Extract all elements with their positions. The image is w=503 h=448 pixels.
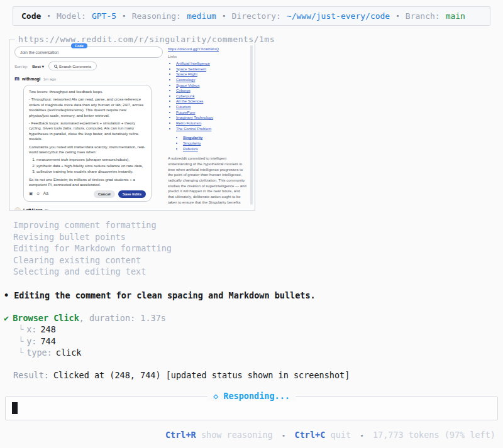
status-line: Improving comment formatting <box>13 219 503 231</box>
avatar: m <box>14 76 19 82</box>
check-icon: ✔ <box>4 313 9 323</box>
comment-paragraphs: Two levers: throughput and feedback loop… <box>29 89 146 155</box>
links-label: Links <box>168 54 247 58</box>
sidebar-link[interactable]: Cyborgs <box>176 88 247 94</box>
sidebar-link[interactable]: The Control Problem <box>176 126 247 132</box>
sidebar-link[interactable]: Space Settlement <box>176 67 247 72</box>
sort-by-label: Sort by: <box>14 64 28 68</box>
cancel-button[interactable]: Cancel <box>94 190 115 198</box>
separator-dot-icon: • <box>122 12 126 20</box>
param-key: y: <box>26 336 36 346</box>
sidebar-sublinks-list: SingularitySingularityRobotics <box>183 135 247 151</box>
ctrl-r-shortcut: Ctrl+R <box>165 430 196 440</box>
comment-list-item: synthetic data + high-fidelity sims redu… <box>36 163 146 168</box>
search-comments-button[interactable]: Search Comments <box>48 62 97 70</box>
comment-being-edited: m withmagi 1m ago Two levers: throughput… <box>14 76 163 202</box>
ctrl-r-label: show reasoning <box>201 430 273 440</box>
status-bar: Code • Model: GPT-5 • Reasoning: medium … <box>13 6 490 26</box>
separator-dot-icon: • <box>47 12 51 20</box>
comment-paragraph: Constraints you noted still matter/data … <box>29 145 146 155</box>
tool-call: ✔Browser Click, duration: 1.37s └x:248 └… <box>4 312 503 359</box>
save-edits-button[interactable]: Save Edits <box>118 190 146 198</box>
agent-status-history: Improving comment formattingRevising bul… <box>13 219 503 278</box>
branch-value: main <box>446 11 465 21</box>
agent-thought: •Editing the comment for clean spacing a… <box>4 290 503 300</box>
result-label: Result: <box>13 370 49 380</box>
tool-param-row: └y:744 <box>18 336 503 347</box>
separator-dot-icon: • <box>395 12 400 20</box>
app-title: Code <box>21 11 41 21</box>
sidebar-link[interactable]: FuturePorn <box>176 110 247 116</box>
status-line: Clearing existing content <box>13 254 503 266</box>
join-conversation-input[interactable]: Join the conversation <box>14 46 163 58</box>
ctrl-c-label: quit <box>331 430 351 440</box>
sidebar-link[interactable]: Robotics <box>183 146 247 152</box>
comment-username[interactable]: withmagi <box>22 77 40 81</box>
separator-dot-icon: • <box>360 432 364 440</box>
sidebar-link[interactable]: Cosmology <box>176 77 247 83</box>
result-text: Clicked at (248, 744) [updated status sh… <box>53 370 350 380</box>
sidebar-link[interactable]: Imaginary Technology <box>176 115 247 121</box>
sidebar-link[interactable]: All the Sciences <box>176 99 247 104</box>
avatar <box>14 207 21 210</box>
status-line: Selecting and editing text <box>13 266 503 278</box>
scrollbar[interactable] <box>250 45 253 205</box>
browser-screenshot-frame: https://www.reddit.com/r/singularity/com… <box>9 40 255 210</box>
sidebar-link[interactable]: Singularity <box>183 141 247 146</box>
comment-username[interactable]: LeftAlexs <box>23 208 43 210</box>
sidebar-link[interactable]: Cyberpunk <box>176 94 247 99</box>
comment-timestamp: 5h ago <box>45 208 57 210</box>
ctrl-c-shortcut: Ctrl+C <box>295 430 326 440</box>
corner-icon: └ <box>18 324 23 334</box>
editor-format-icon[interactable]: Aa <box>43 191 48 197</box>
reasoning-value: medium <box>187 11 216 21</box>
responding-status: ◇ Responding... <box>207 391 296 401</box>
status-line: Revising bullet points <box>13 231 503 243</box>
bullet-icon: • <box>4 290 9 300</box>
comment-edit-textarea[interactable]: Two levers: throughput and feedback loop… <box>23 85 152 202</box>
sidebar-link[interactable]: Retro Futurism <box>176 121 247 126</box>
reddit-screenshot: Join the conversation Code Sort by: Best… <box>9 40 255 210</box>
sidebar-links-list: Artificial IntelligenceSpace SettlementS… <box>176 61 247 131</box>
virtual-cursor-badge: Code <box>71 43 87 48</box>
param-key: type: <box>26 347 52 358</box>
sort-dropdown[interactable]: Best ▾ <box>32 64 44 68</box>
subreddit-sidebar: https://discord.gg/YXcatb9mQ Links Artif… <box>168 46 247 205</box>
comment-paragraph: - Throughput: networked AIs can read, pa… <box>29 97 146 118</box>
text-cursor <box>12 402 18 414</box>
discord-link[interactable]: https://discord.gg/YXcatb9mQ <box>168 46 247 51</box>
comment-timestamp: 1m ago <box>43 77 56 81</box>
composer-input[interactable]: ◇ Responding... <box>5 396 498 420</box>
model-value: GPT-5 <box>92 11 116 21</box>
comment-numbered-list: measurement tech improves (cheaper senso… <box>36 157 146 174</box>
token-count: 17,773 tokens (97% left) <box>373 430 495 440</box>
directory-label: Directory: <box>232 11 281 21</box>
chevron-down-icon: ▾ <box>42 64 44 68</box>
separator-dot-icon: • <box>282 432 286 440</box>
branch-label: Branch: <box>406 11 440 21</box>
sidebar-link[interactable]: Space Videos <box>176 83 247 89</box>
param-key: x: <box>26 324 36 334</box>
tool-param-row: └type:click <box>18 347 503 359</box>
sidebar-link[interactable]: Space Flight <box>176 72 247 77</box>
comment-list-item: measurement tech improves (cheaper senso… <box>36 157 146 162</box>
param-value: click <box>56 347 82 358</box>
param-value: 744 <box>40 336 55 346</box>
comment-closing: So its not one Einstein; its millions of… <box>29 177 146 188</box>
sidebar-link[interactable]: Singularity <box>183 135 247 141</box>
subreddit-description: A subreddit committed to intelligent und… <box>168 156 247 205</box>
editor-format-icon[interactable]: ☺ <box>36 191 40 197</box>
tool-duration: , duration: 1.37s <box>79 313 166 323</box>
directory-value: ~/www/just-every/code <box>287 11 390 21</box>
sidebar-link[interactable]: Artificial Intelligence <box>176 61 247 67</box>
corner-icon: └ <box>18 347 23 358</box>
separator-dot-icon: • <box>222 12 226 20</box>
sidebar-link[interactable]: Futurism <box>176 104 247 110</box>
tool-name: Browser Click <box>13 313 79 323</box>
editor-format-icon[interactable]: ▣ <box>29 191 33 197</box>
corner-icon: └ <box>18 336 23 346</box>
tool-params: └x:248 └y:744 └type:click <box>18 324 503 359</box>
comment-list-item: collective training lets models share di… <box>36 169 146 174</box>
status-line: Editing for Markdown formatting <box>13 243 503 254</box>
comment-paragraph: Two levers: throughput and feedback loop… <box>29 89 146 94</box>
